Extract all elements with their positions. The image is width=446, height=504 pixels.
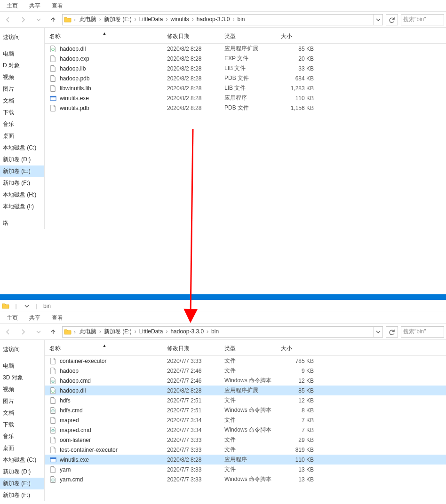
file-row[interactable]: mapred2020/7/7 3:34文件7 KB bbox=[45, 415, 446, 425]
sidebar-item[interactable]: D 对象 bbox=[0, 60, 44, 71]
sidebar-item[interactable]: 新加卷 (E:) bbox=[0, 165, 44, 177]
sidebar-item[interactable]: 速访问 bbox=[0, 32, 44, 43]
file-row[interactable]: hdfs.cmd2020/7/7 2:51Windows 命令脚本8 KB bbox=[45, 405, 446, 415]
refresh-button[interactable] bbox=[386, 326, 398, 338]
sidebar-item[interactable]: 视频 bbox=[0, 71, 44, 83]
sidebar-item[interactable]: 新加卷 (F:) bbox=[0, 489, 44, 501]
chevron-right-icon[interactable]: › bbox=[206, 328, 209, 335]
sidebar-item[interactable]: 音乐 bbox=[0, 431, 44, 442]
sidebar-item[interactable]: 新加卷 (D:) bbox=[0, 466, 44, 478]
ribbon-tab-share[interactable]: 共享 bbox=[24, 312, 45, 324]
file-row[interactable]: hdfs2020/7/7 2:51文件12 KB bbox=[45, 395, 446, 405]
breadcrumb-segment[interactable]: winutils bbox=[168, 16, 191, 23]
sidebar-item[interactable]: 文档 bbox=[0, 407, 44, 419]
sidebar-item[interactable]: 新加卷 (E:) bbox=[0, 478, 44, 489]
sidebar-item[interactable]: 桌面 bbox=[0, 442, 44, 454]
nav-back-button[interactable] bbox=[2, 326, 14, 338]
breadcrumb-segment[interactable]: 此电脑 bbox=[78, 328, 98, 335]
file-row[interactable]: hadoop.exp2020/8/2 8:28EXP 文件20 KB bbox=[45, 54, 446, 63]
ribbon-tab-view[interactable]: 查看 bbox=[47, 0, 68, 12]
address-bar[interactable]: › 此电脑›新加卷 (E:)›LittleData›winutils›hadoo… bbox=[62, 14, 383, 25]
file-row[interactable]: test-container-executor2020/7/7 3:33文件81… bbox=[45, 445, 446, 455]
nav-recent-dropdown[interactable] bbox=[32, 326, 44, 338]
sidebar-item[interactable]: 图片 bbox=[0, 83, 44, 95]
nav-forward-button[interactable] bbox=[17, 326, 29, 338]
file-row[interactable]: yarn2020/7/7 3:33文件13 KB bbox=[45, 465, 446, 474]
chevron-right-icon[interactable]: › bbox=[134, 328, 137, 335]
file-row[interactable]: oom-listener2020/7/7 3:33文件29 KB bbox=[45, 435, 446, 445]
column-date[interactable]: 修改日期 bbox=[164, 32, 222, 41]
sidebar-item[interactable]: 本地磁盘 (H:) bbox=[0, 189, 44, 201]
column-type[interactable]: 类型 bbox=[222, 344, 278, 354]
title-bar-chevron-icon[interactable] bbox=[23, 302, 30, 310]
breadcrumb-segment[interactable]: LittleData bbox=[137, 16, 165, 23]
chevron-right-icon[interactable]: › bbox=[98, 328, 102, 335]
nav-up-button[interactable] bbox=[47, 326, 59, 338]
sidebar-item[interactable]: 图片 bbox=[0, 395, 44, 407]
sidebar-item[interactable]: 电脑 bbox=[0, 360, 44, 372]
file-row[interactable]: winutils.exe2020/8/2 8:28应用程序110 KB bbox=[45, 455, 446, 465]
file-row[interactable]: hadoop.dll2020/8/2 8:28应用程序扩展85 KB bbox=[45, 386, 446, 395]
breadcrumb-segment[interactable]: 新加卷 (E:) bbox=[102, 328, 134, 335]
file-row[interactable]: winutils.exe2020/8/2 8:28应用程序110 KB bbox=[45, 93, 446, 103]
title-bar[interactable]: | | bin bbox=[0, 300, 446, 312]
nav-back-button[interactable] bbox=[2, 14, 14, 25]
file-row[interactable]: hadoop.cmd2020/7/7 2:46Windows 命令脚本12 KB bbox=[45, 376, 446, 386]
sidebar-item[interactable]: 文档 bbox=[0, 95, 44, 107]
breadcrumb-segment[interactable]: 此电脑 bbox=[78, 16, 98, 23]
ribbon-tab-home[interactable]: 主页 bbox=[2, 312, 23, 324]
sidebar-item[interactable]: 电脑 bbox=[0, 48, 44, 60]
file-row[interactable]: yarn.cmd2020/7/7 3:33Windows 命令脚本13 KB bbox=[45, 474, 446, 484]
chevron-right-icon[interactable]: › bbox=[98, 16, 102, 23]
ribbon-tab-share[interactable]: 共享 bbox=[24, 0, 45, 12]
file-row[interactable]: libwinutils.lib2020/8/2 8:28LIB 文件1,283 … bbox=[45, 83, 446, 93]
file-row[interactable]: winutils.pdb2020/8/2 8:28PDB 文件1,156 KB bbox=[45, 103, 446, 113]
address-bar[interactable]: › 此电脑›新加卷 (E:)›LittleData›hadoop-3.3.0›b… bbox=[62, 326, 383, 338]
chevron-right-icon[interactable]: › bbox=[73, 329, 77, 335]
breadcrumb-segment[interactable]: bin bbox=[235, 16, 247, 23]
chevron-right-icon[interactable]: › bbox=[73, 16, 77, 23]
sidebar-item[interactable]: 桌面 bbox=[0, 130, 44, 142]
address-dropdown-button[interactable] bbox=[373, 327, 382, 337]
chevron-right-icon[interactable]: › bbox=[191, 16, 195, 23]
breadcrumb-segment[interactable]: bin bbox=[209, 328, 221, 335]
sidebar-item[interactable]: 3D 对象 bbox=[0, 372, 44, 384]
search-input[interactable]: 搜索"bin" bbox=[401, 326, 444, 338]
column-name[interactable]: 名称▲ bbox=[45, 344, 164, 354]
sidebar-item[interactable]: 下载 bbox=[0, 419, 44, 431]
nav-recent-dropdown[interactable] bbox=[32, 14, 44, 25]
file-row[interactable]: mapred.cmd2020/7/7 3:34Windows 命令脚本7 KB bbox=[45, 425, 446, 435]
column-size[interactable]: 大小 bbox=[278, 32, 320, 41]
nav-forward-button[interactable] bbox=[17, 14, 29, 25]
sidebar-item[interactable]: 速访问 bbox=[0, 344, 44, 355]
sidebar-item[interactable]: 本地磁盘 (C:) bbox=[0, 454, 44, 466]
file-row[interactable]: hadoop.pdb2020/8/2 8:28PDB 文件684 KB bbox=[45, 73, 446, 83]
column-date[interactable]: 修改日期 bbox=[164, 344, 222, 354]
nav-up-button[interactable] bbox=[47, 14, 59, 25]
file-row[interactable]: hadoop2020/7/7 2:46文件9 KB bbox=[45, 366, 446, 376]
sidebar-item[interactable]: 视频 bbox=[0, 384, 44, 395]
sidebar-item[interactable]: 本地磁盘 (I:) bbox=[0, 201, 44, 213]
search-input[interactable]: 搜索"bin" bbox=[401, 14, 444, 25]
sidebar-item[interactable]: 本地磁盘 (C:) bbox=[0, 142, 44, 154]
file-row[interactable]: container-executor2020/7/7 3:33文件785 KB bbox=[45, 356, 446, 366]
column-type[interactable]: 类型 bbox=[222, 32, 278, 41]
sidebar-item[interactable]: 新加卷 (D:) bbox=[0, 154, 44, 165]
breadcrumb-segment[interactable]: 新加卷 (E:) bbox=[102, 16, 134, 23]
file-row[interactable]: hadoop.lib2020/8/2 8:28LIB 文件33 KB bbox=[45, 63, 446, 73]
refresh-button[interactable] bbox=[386, 14, 398, 25]
sidebar-item[interactable]: 音乐 bbox=[0, 118, 44, 130]
sidebar-item[interactable]: 新加卷 (F:) bbox=[0, 177, 44, 189]
chevron-right-icon[interactable]: › bbox=[134, 16, 137, 23]
sidebar-item[interactable]: 络 bbox=[0, 217, 44, 229]
column-name[interactable]: 名称▲ bbox=[45, 32, 164, 41]
column-size[interactable]: 大小 bbox=[278, 344, 320, 354]
file-row[interactable]: hadoop.dll2020/8/2 8:28应用程序扩展85 KB bbox=[45, 44, 446, 54]
breadcrumb-segment[interactable]: hadoop-3.3.0 bbox=[195, 16, 232, 23]
ribbon-tab-home[interactable]: 主页 bbox=[2, 0, 23, 12]
breadcrumb-segment[interactable]: LittleData bbox=[137, 328, 165, 335]
ribbon-tab-view[interactable]: 查看 bbox=[47, 312, 68, 324]
breadcrumb-segment[interactable]: hadoop-3.3.0 bbox=[168, 328, 206, 335]
sidebar-item[interactable]: 下载 bbox=[0, 107, 44, 118]
address-dropdown-button[interactable] bbox=[373, 15, 382, 25]
